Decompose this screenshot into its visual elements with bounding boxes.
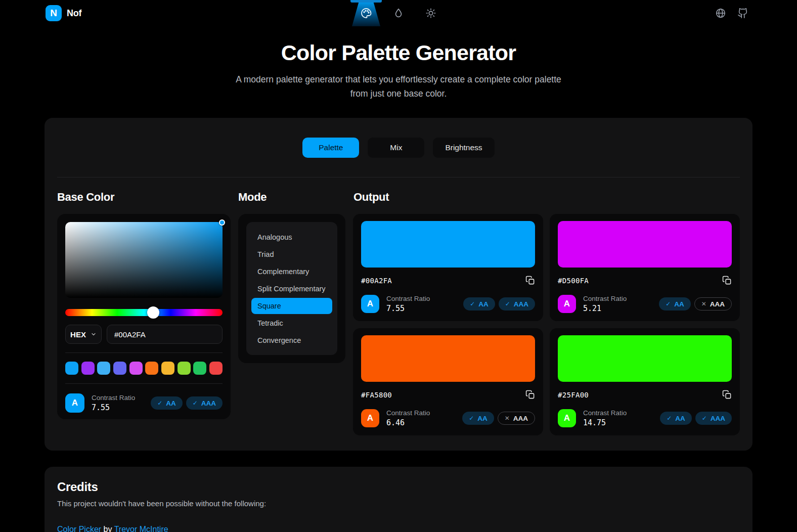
aaa-badge-label: AAA <box>710 300 725 308</box>
mode-item-triad[interactable]: Triad <box>251 246 332 262</box>
mode-item-split-complementary[interactable]: Split Complementary <box>251 281 332 297</box>
copy-button[interactable] <box>722 390 732 400</box>
sun-theme-button[interactable] <box>417 0 445 26</box>
tab-brightness[interactable]: Brightness <box>433 138 494 158</box>
aa-badge: ✓ AA <box>462 412 494 425</box>
active-theme-beam-top <box>350 0 382 3</box>
output-column: Output #00A2FA A Contrast Ratio 7.55 ✓ <box>353 191 740 435</box>
page-title: Color Palette Generator <box>0 40 797 65</box>
aaa-badge-label: AAA <box>201 400 216 407</box>
saturation-area[interactable] <box>65 222 223 298</box>
credits-section: Credits This project wouldn't have been … <box>45 467 752 532</box>
language-button[interactable] <box>715 8 726 19</box>
contrast-ratio-label: Contrast Ratio <box>92 394 135 402</box>
aa-badge-label: AA <box>478 300 489 308</box>
output-color-card: #25FA00 A Contrast Ratio 14.75 ✓ AA <box>550 328 740 435</box>
droplet-icon <box>393 8 404 19</box>
preset-swatch[interactable] <box>129 362 143 375</box>
mode-item-analogous[interactable]: Analogous <box>251 229 332 245</box>
preset-swatch[interactable] <box>81 362 95 375</box>
credits-description: This project wouldn't have been possible… <box>57 499 740 508</box>
tab-mix[interactable]: Mix <box>368 138 424 158</box>
preset-swatch[interactable] <box>209 362 223 375</box>
aa-badge-label: AA <box>675 415 685 422</box>
palette-theme-button[interactable] <box>352 0 380 26</box>
output-color-card: #D500FA A Contrast Ratio 5.21 ✓ AA ✕ <box>550 214 740 321</box>
check-icon: ✕ <box>701 300 706 307</box>
check-icon: ✓ <box>505 300 510 307</box>
tab-palette[interactable]: Palette <box>302 138 359 158</box>
mode-item-tetradic[interactable]: Tetradic <box>251 315 332 331</box>
mode-list: Analogous Triad Complementary Split Comp… <box>246 222 337 355</box>
preset-swatch[interactable] <box>113 362 126 375</box>
saturation-thumb[interactable] <box>219 219 225 226</box>
mode-card: Analogous Triad Complementary Split Comp… <box>238 214 345 363</box>
github-link-button[interactable] <box>737 8 748 19</box>
output-hex-value: #D500FA <box>558 277 589 285</box>
contrast-ratio-label: Contrast Ratio <box>386 295 430 302</box>
droplet-theme-button[interactable] <box>384 0 413 26</box>
copy-button[interactable] <box>525 390 535 400</box>
aa-badge: ✓ AA <box>659 297 691 311</box>
mode-heading: Mode <box>238 191 345 204</box>
output-heading: Output <box>353 191 740 204</box>
theme-switcher <box>352 0 445 26</box>
contrast-preview-tile: A <box>558 295 576 313</box>
output-color-swatch <box>558 335 732 382</box>
brand[interactable]: N Nof <box>46 5 81 21</box>
hex-value-input[interactable] <box>107 325 223 344</box>
contrast-ratio-label: Contrast Ratio <box>583 409 627 417</box>
sun-icon <box>425 8 436 19</box>
check-icon: ✓ <box>470 300 475 307</box>
output-color-swatch <box>361 221 535 268</box>
preset-swatch[interactable] <box>161 362 174 375</box>
output-color-swatch <box>558 221 732 268</box>
aaa-badge: ✕ AAA <box>498 412 535 425</box>
mode-column: Mode Analogous Triad Complementary Split… <box>238 191 345 435</box>
check-icon: ✓ <box>702 415 707 422</box>
credit-entry: Color Picker by Trevor McIntire <box>57 525 740 532</box>
check-icon: ✕ <box>505 415 510 422</box>
color-picker-card: HEX <box>57 214 231 419</box>
aaa-badge: ✓ AAA <box>695 412 732 425</box>
check-icon: ✓ <box>193 400 198 407</box>
preset-swatch[interactable] <box>178 362 191 375</box>
contrast-preview-tile: A <box>558 409 576 427</box>
copy-icon <box>525 276 535 285</box>
credit-link[interactable]: Color Picker <box>57 525 101 532</box>
color-format-label: HEX <box>70 330 86 339</box>
base-color-column: Base Color HEX <box>57 191 231 435</box>
credit-author-link[interactable]: Trevor McIntire <box>114 525 168 532</box>
credits-heading: Credits <box>57 480 740 494</box>
aa-badge: ✓ AA <box>463 297 495 311</box>
hero: Color Palette Generator A modern palette… <box>0 40 797 101</box>
divider <box>65 383 223 384</box>
credit-connector: by <box>104 525 114 532</box>
page-subtitle: A modern palette generator that lets you… <box>227 72 570 101</box>
output-grid: #00A2FA A Contrast Ratio 7.55 ✓ AA ✓ <box>353 214 740 435</box>
brand-logo-icon: N <box>46 5 62 21</box>
color-format-select[interactable]: HEX <box>65 325 102 344</box>
aaa-badge-label: AAA <box>514 300 528 308</box>
aaa-badge: ✓ AAA <box>186 396 223 410</box>
github-icon <box>737 8 748 19</box>
preset-swatch[interactable] <box>97 362 110 375</box>
copy-icon <box>722 276 732 285</box>
output-hex-value: #25FA00 <box>558 391 589 399</box>
output-hex-value: #00A2FA <box>361 277 392 285</box>
preset-swatch[interactable] <box>145 362 158 375</box>
hue-thumb[interactable] <box>147 306 159 319</box>
preset-swatch[interactable] <box>65 362 78 375</box>
aaa-badge: ✓ AAA <box>499 297 535 311</box>
copy-button[interactable] <box>722 276 732 285</box>
aa-badge: ✓ AA <box>660 412 692 425</box>
preset-swatch[interactable] <box>193 362 206 375</box>
contrast-ratio-value: 5.21 <box>583 304 627 313</box>
mode-tabs: Palette Mix Brightness <box>57 138 740 158</box>
hue-slider[interactable] <box>65 309 223 316</box>
mode-item-square[interactable]: Square <box>251 298 332 314</box>
mode-item-complementary[interactable]: Complementary <box>251 263 332 280</box>
copy-button[interactable] <box>525 276 535 285</box>
mode-item-convergence[interactable]: Convergence <box>251 332 332 348</box>
base-contrast-row: A Contrast Ratio 7.55 ✓ AA ✓ AAA <box>65 393 223 413</box>
